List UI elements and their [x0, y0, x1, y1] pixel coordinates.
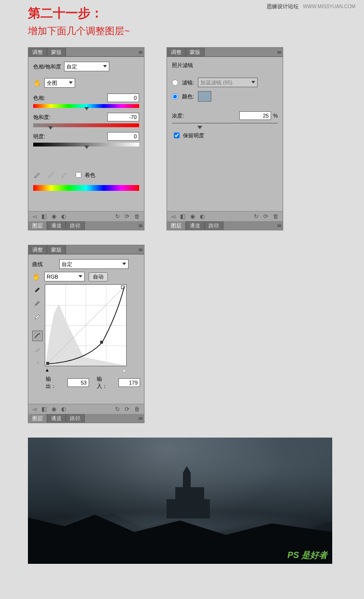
light-label: 明度: — [33, 133, 45, 140]
density-label: 浓度: — [172, 112, 184, 120]
panel-menu-icon[interactable] — [137, 221, 144, 230]
eye-icon[interactable]: ◉ — [52, 213, 56, 220]
refresh-icon[interactable]: ⟳ — [125, 213, 130, 220]
light-slider[interactable] — [33, 143, 139, 146]
density-slider[interactable] — [172, 123, 278, 123]
color-label: 颜色: — [182, 93, 194, 100]
btab-path[interactable]: 路径 — [66, 221, 85, 230]
cv-channel-select[interactable]: RGB — [44, 272, 85, 281]
auto-button[interactable]: 自动 — [89, 272, 108, 281]
slider-black-thumb[interactable]: ▲ — [45, 367, 50, 373]
color-swatch[interactable] — [198, 91, 211, 102]
density-input[interactable]: 25 — [239, 111, 271, 120]
trash-icon[interactable]: 🗑 — [134, 213, 140, 220]
colorize-checkbox[interactable]: 着色 — [74, 171, 95, 179]
panel-menu-icon[interactable] — [137, 245, 144, 254]
btab-channel[interactable]: 通道 — [47, 221, 66, 230]
light-input[interactable]: 0 — [107, 132, 139, 141]
slider-white-thumb[interactable]: ▲ — [122, 367, 127, 373]
hue-label: 色相: — [33, 94, 45, 102]
btab-layer[interactable]: 图层 — [28, 221, 47, 230]
eyedropper-minus-icon[interactable]: - — [60, 171, 69, 179]
trash-icon[interactable]: 🗑 — [134, 406, 140, 413]
eye-icon[interactable]: ◉ — [52, 406, 56, 413]
reset-icon[interactable]: ↻ — [115, 213, 120, 220]
eyedropper-icon[interactable] — [33, 171, 42, 179]
smooth-tool-icon[interactable]: ✦ — [32, 358, 43, 368]
curves-graph[interactable] — [45, 284, 127, 366]
pct-label: % — [273, 113, 278, 119]
panel-bottom-bar: ◅ ◧ ◉ ◐ ↻ ⟳ 🗑 — [28, 211, 144, 221]
filter-select: 加温滤镜 (85) — [198, 78, 258, 87]
hs-range-select[interactable]: 全图 — [44, 78, 75, 88]
panel-menu-icon[interactable] — [276, 48, 283, 56]
btab-channel[interactable]: 通道 — [186, 221, 205, 230]
back-icon[interactable]: ◅ — [32, 213, 37, 220]
sat-slider[interactable] — [33, 123, 139, 127]
output-label: 输出： — [46, 375, 60, 390]
panel-menu-icon[interactable] — [276, 221, 283, 230]
refresh-icon[interactable]: ⟳ — [125, 406, 130, 413]
rainbow-preview — [33, 185, 139, 191]
btab-layer[interactable]: 图层 — [28, 414, 47, 423]
clip-icon[interactable]: ◧ — [41, 213, 47, 220]
btab-channel[interactable]: 通道 — [47, 414, 66, 423]
input-input[interactable]: 179 — [118, 378, 140, 387]
preserve-lum-checkbox[interactable]: 保留明度 — [172, 131, 278, 140]
reset-icon[interactable]: ↻ — [254, 213, 259, 220]
tab-mask[interactable]: 蒙版 — [186, 48, 205, 56]
hs-title: 色相/饱和度 — [33, 63, 61, 70]
refresh-icon[interactable]: ⟳ — [263, 213, 268, 220]
trash-icon[interactable]: 🗑 — [273, 213, 279, 220]
wm-site: 思缘设计论坛 — [267, 3, 299, 9]
svg-rect-3 — [100, 341, 103, 344]
hs-preset-select[interactable]: 自定 — [64, 62, 109, 71]
back-icon[interactable]: ◅ — [171, 213, 175, 220]
btab-path[interactable]: 路径 — [205, 221, 223, 230]
svg-rect-5 — [46, 362, 49, 365]
eyedropper-gray-icon[interactable] — [32, 298, 43, 308]
hand-icon[interactable]: ✋ — [32, 273, 40, 280]
clip-icon[interactable]: ◧ — [180, 213, 185, 220]
panel-menu-icon[interactable] — [137, 48, 144, 56]
hue-input[interactable]: 0 — [107, 93, 139, 102]
view-icon[interactable]: ◐ — [200, 213, 205, 220]
cv-title: 曲线 — [32, 261, 56, 268]
sat-label: 饱和度: — [33, 114, 51, 121]
btab-layer[interactable]: 图层 — [167, 221, 186, 230]
view-icon[interactable]: ◐ — [61, 406, 66, 413]
color-radio[interactable] — [172, 93, 178, 100]
clip-icon[interactable]: ◧ — [41, 406, 47, 413]
eyedropper-plus-icon[interactable]: + — [47, 171, 55, 179]
back-icon[interactable]: ◅ — [32, 406, 37, 413]
hand-icon[interactable]: ✋ — [33, 79, 41, 87]
top-watermark: 思缘设计论坛 WWW.MISSYUAN.COM — [267, 3, 355, 10]
tab-adjust[interactable]: 调整 — [28, 245, 47, 254]
result-preview: PS 是好者 UiBO.CoM — [28, 438, 332, 564]
filter-radio[interactable] — [172, 80, 178, 86]
curve-point-tool-icon[interactable] — [32, 331, 43, 341]
eye-icon[interactable]: ◉ — [190, 213, 195, 220]
svg-text:+: + — [52, 171, 54, 174]
tab-mask[interactable]: 蒙版 — [47, 245, 66, 254]
btab-path[interactable]: 路径 — [66, 414, 85, 423]
curves-panel: 调整 蒙版 曲线 自定 ✋ RGB 自动 ✦ — [28, 245, 144, 423]
pencil-tool-icon[interactable] — [32, 344, 43, 355]
reset-icon[interactable]: ↻ — [115, 406, 120, 413]
eyedropper-black-icon[interactable] — [32, 284, 43, 295]
tab-adjust[interactable]: 调整 — [167, 48, 186, 56]
tab-mask[interactable]: 蒙版 — [47, 48, 66, 56]
tab-adjust[interactable]: 调整 — [28, 48, 47, 56]
input-label: 输入： — [97, 375, 111, 390]
hue-slider[interactable] — [33, 104, 139, 108]
step-subtitle: 增加下面几个调整图层~ — [28, 25, 364, 38]
panel-menu-icon[interactable] — [137, 414, 144, 423]
cv-preset-select[interactable]: 自定 — [59, 259, 129, 269]
sat-input[interactable]: -70 — [107, 113, 139, 121]
view-icon[interactable]: ◐ — [61, 213, 66, 220]
output-input[interactable]: 53 — [67, 378, 89, 387]
hue-saturation-panel: 调整 蒙版 色相/饱和度 自定 ✋ 全图 色相: 0 饱和度: -70 明度: … — [28, 47, 144, 230]
image-watermark1: PS 是好者 — [287, 549, 327, 561]
eyedropper-white-icon[interactable] — [32, 311, 43, 322]
photo-filter-panel: 调整 蒙版 照片滤镜 滤镜: 加温滤镜 (85) 颜色: 浓度: 25 % 保留… — [167, 47, 283, 230]
